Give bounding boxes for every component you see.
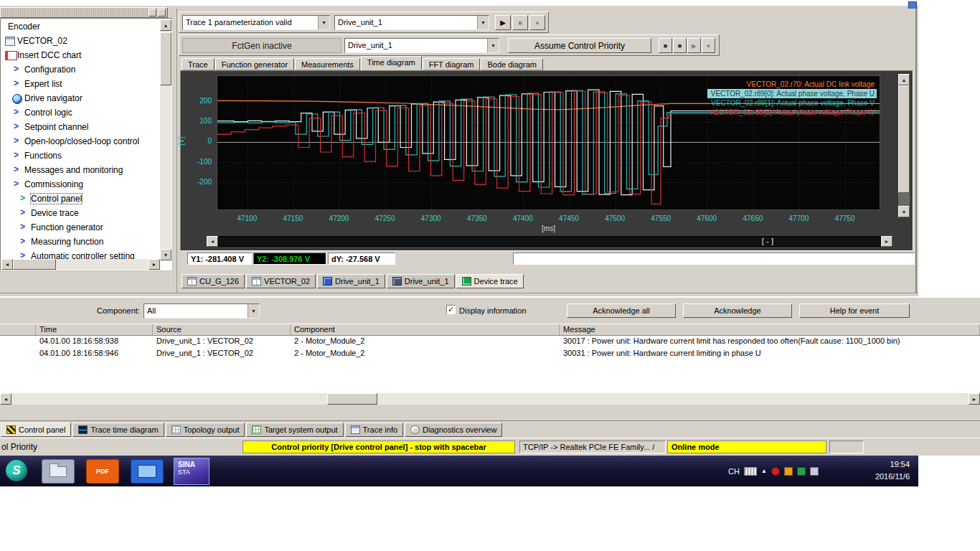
tree-hscroll-thumb[interactable] xyxy=(13,259,56,270)
chart-vscroll-thumb[interactable] xyxy=(898,85,910,193)
chart-hscroll-thumb[interactable]: [-] xyxy=(760,237,775,246)
device-tab[interactable]: Drive_unit_1 xyxy=(317,274,385,288)
trace-select-combo[interactable]: Trace 1 parameterization valid ▼ xyxy=(182,15,330,30)
tray-misc-icon[interactable] xyxy=(810,467,819,476)
tree-item[interactable]: Open-loop/closed-loop control xyxy=(1,134,159,149)
acknowledge-button[interactable]: Acknowledge xyxy=(683,303,792,318)
fctgen-drive-combo[interactable]: Drive_unit_1 ▼ xyxy=(344,38,499,53)
scroll-down-button[interactable]: ▼ xyxy=(898,206,910,217)
tree-item[interactable]: Device trace xyxy=(1,206,159,220)
diagram-tab[interactable]: Bode diagram xyxy=(481,58,543,70)
tree-item[interactable]: VECTOR_02 xyxy=(1,34,159,48)
panel-extra-button[interactable]: ● xyxy=(702,38,715,53)
diagram-tab[interactable]: FFT diagram xyxy=(423,58,481,70)
device-tab[interactable]: CU_G_126 xyxy=(182,274,245,288)
component-filter-combo[interactable]: All ▼ xyxy=(143,303,260,319)
header-source[interactable]: Source xyxy=(153,324,291,335)
panel-square-button-2[interactable]: ■ xyxy=(673,38,687,53)
project-tree-titlebar[interactable] xyxy=(0,7,168,18)
header-message[interactable]: Message xyxy=(560,324,980,335)
tree-item[interactable]: Messages and monitoring xyxy=(1,163,159,177)
pdf-reader-icon[interactable]: PDF xyxy=(86,459,119,484)
keyboard-icon[interactable] xyxy=(744,467,757,476)
output-view-tab[interactable]: Trace time diagram xyxy=(72,423,164,437)
scroll-right-button[interactable]: ► xyxy=(149,259,160,270)
starter-app-taskbar-button[interactable]: SINA STA xyxy=(174,458,209,485)
output-view-tab[interactable]: Trace info xyxy=(345,423,404,437)
file-explorer-icon[interactable] xyxy=(42,459,75,484)
alarm-row[interactable]: 04.01.00 18:16:58:946 Drive_unit_1 : VEC… xyxy=(0,348,980,360)
chart-hscroll-track[interactable]: [-] xyxy=(218,236,881,247)
tree-horizontal-scrollbar[interactable]: ◄ ► xyxy=(1,259,160,270)
scroll-up-button[interactable]: ▲ xyxy=(898,74,910,85)
chart-horizontal-scrollbar[interactable]: ◄ [-] ► xyxy=(207,236,892,247)
output-view-tab[interactable]: Diagnostics overview xyxy=(405,423,502,437)
taskbar-clock[interactable]: 19:54 2016/11/6 xyxy=(859,458,910,483)
dropdown-arrow-icon[interactable]: ▼ xyxy=(318,16,329,29)
header-time[interactable]: Time xyxy=(36,324,153,335)
tray-warning-icon[interactable] xyxy=(784,467,793,476)
display-app-icon[interactable] xyxy=(131,459,164,484)
tray-alert-icon[interactable] xyxy=(771,467,780,476)
tree-item[interactable]: Expert list xyxy=(1,77,159,91)
header-component[interactable]: Component xyxy=(291,324,560,335)
diagram-tab[interactable]: Trace xyxy=(182,58,215,70)
diagram-tab[interactable]: Time diagram xyxy=(361,56,422,70)
scroll-left-button[interactable]: ◄ xyxy=(207,236,218,247)
legend-entry[interactable]: VECTOR_02.r89[0]: Actual phase voltage, … xyxy=(707,89,877,98)
titlebar-close-button[interactable] xyxy=(158,9,166,17)
tray-network-icon[interactable] xyxy=(797,467,806,476)
legend-entry[interactable]: VECTOR_02.r70: Actual DC link voltage xyxy=(707,80,877,89)
tree-hscroll-track[interactable] xyxy=(56,259,149,270)
drive-select-combo[interactable]: Drive_unit_1 ▼ xyxy=(334,15,489,30)
panel-run-button[interactable]: ▶ xyxy=(687,38,701,53)
panel-square-button-1[interactable]: ■ xyxy=(659,38,672,53)
tree-item[interactable]: Functions xyxy=(1,149,159,163)
alarm-hscroll-track[interactable] xyxy=(11,393,969,405)
legend-entry[interactable]: VECTOR_02.r89[2]: Actual phase voltage, … xyxy=(707,108,877,117)
tree-vscroll-thumb[interactable] xyxy=(160,32,171,85)
output-view-tab[interactable]: Topology output xyxy=(166,423,245,437)
start-trace-button[interactable]: ▶ xyxy=(495,15,511,30)
dropdown-arrow-icon[interactable]: ▼ xyxy=(248,304,259,318)
scroll-left-button[interactable]: ◄ xyxy=(0,393,11,405)
tree-item[interactable]: Insert DCC chart xyxy=(1,48,159,62)
device-tab[interactable]: Device trace xyxy=(456,274,524,288)
dropdown-arrow-icon[interactable]: ▼ xyxy=(487,39,499,52)
acknowledge-all-button[interactable]: Acknowledge all xyxy=(567,303,676,318)
device-tab[interactable]: Drive_unit_1 xyxy=(387,274,455,288)
tree-item[interactable]: Setpoint channel xyxy=(1,120,159,134)
tree-item[interactable]: Function generator xyxy=(1,220,159,235)
alarm-row[interactable]: 04.01.00 18:16:58:938 Drive_unit_1 : VEC… xyxy=(0,336,980,348)
diagram-tab[interactable]: Measurements xyxy=(295,58,360,70)
output-view-tab[interactable]: Control panel xyxy=(1,423,71,437)
stop-trace-button[interactable]: ■ xyxy=(512,15,528,30)
tree-item[interactable]: Measuring function xyxy=(1,235,159,249)
tree-item[interactable]: Configuration xyxy=(1,62,159,77)
help-for-event-button[interactable]: Help for event xyxy=(799,303,910,318)
scroll-down-button[interactable]: ▼ xyxy=(160,249,171,260)
output-view-tab[interactable]: Target system output xyxy=(246,423,343,437)
dropdown-arrow-icon[interactable]: ▼ xyxy=(477,16,489,29)
scroll-right-button[interactable]: ► xyxy=(881,236,892,247)
assume-control-priority-button[interactable]: Assume Control Priority xyxy=(508,38,651,53)
tree-item[interactable]: Encoder xyxy=(1,19,159,34)
diagram-tab[interactable]: Function generator xyxy=(215,58,294,70)
display-information-checkbox[interactable]: ✓ xyxy=(446,305,456,314)
alarm-horizontal-scrollbar[interactable]: ◄ ► xyxy=(0,393,980,405)
scroll-left-button[interactable]: ◄ xyxy=(1,259,13,270)
tree-item[interactable]: Control logic xyxy=(1,105,159,120)
tree-item[interactable]: Drive navigator xyxy=(1,91,159,105)
alarm-hscroll-thumb[interactable] xyxy=(327,393,377,405)
tree-item[interactable]: Commissioning xyxy=(1,177,159,192)
legend-entry[interactable]: VECTOR_02.r89[1]: Actual phase voltage, … xyxy=(707,98,877,108)
chart-vertical-scrollbar[interactable]: ▲ ▼ xyxy=(898,74,910,217)
tray-language-indicator[interactable]: CH xyxy=(728,467,740,476)
scroll-up-button[interactable]: ▲ xyxy=(160,19,171,31)
tree-vertical-scrollbar[interactable]: ▲ ▼ xyxy=(160,19,171,260)
start-logo-icon[interactable]: S xyxy=(6,460,27,481)
scroll-right-button[interactable]: ► xyxy=(969,393,980,405)
record-trace-button[interactable]: ● xyxy=(529,15,545,30)
tree-item[interactable]: Control panel xyxy=(1,192,159,206)
tray-expand-icon[interactable]: ▲ xyxy=(761,468,767,474)
